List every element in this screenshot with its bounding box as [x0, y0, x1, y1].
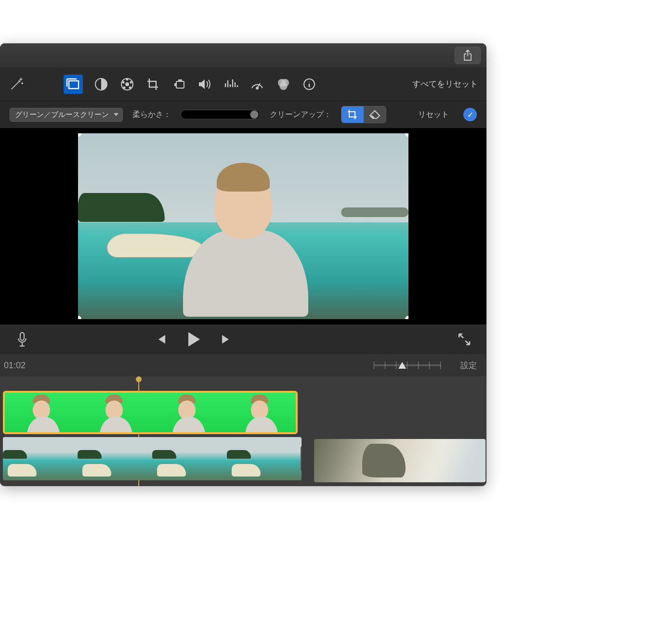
inspector-toolbar: すべてをリセット [0, 67, 486, 101]
volume-button[interactable] [197, 77, 213, 92]
info-button[interactable] [302, 77, 317, 92]
svg-rect-10 [174, 83, 176, 86]
voiceover-button[interactable] [14, 332, 30, 347]
svg-rect-0 [69, 81, 79, 89]
crop-handle-br[interactable] [405, 316, 408, 319]
softness-label: 柔らかさ： [132, 110, 171, 120]
overlay-options-bar: グリーン／ブルースクリーン 柔らかさ： クリーンアップ： リセット ✓ [0, 101, 486, 128]
next-button[interactable] [219, 332, 234, 347]
svg-point-6 [129, 86, 131, 89]
cleanup-crop-button[interactable] [342, 106, 364, 123]
crop-handle-bl[interactable] [78, 316, 81, 319]
svg-point-7 [123, 86, 126, 89]
prev-icon [155, 333, 167, 346]
svg-rect-17 [20, 333, 24, 340]
zoom-slider-thumb[interactable] [398, 362, 406, 369]
crop-button[interactable] [145, 77, 161, 92]
next-icon [220, 333, 233, 346]
reset-all-button[interactable]: すべてをリセット [412, 78, 478, 90]
color-balance-button[interactable] [93, 77, 109, 92]
apply-check-button[interactable]: ✓ [463, 108, 477, 121]
app-window: すべてをリセット グリーン／ブルースクリーン 柔らかさ： クリーンアップ： リセ… [0, 43, 486, 486]
wand-icon [9, 76, 24, 92]
svg-point-3 [125, 82, 129, 86]
svg-rect-9 [176, 81, 184, 88]
video-viewer [0, 128, 486, 324]
speed-icon [250, 77, 264, 91]
titlebar [0, 43, 486, 67]
zoom-slider[interactable] [374, 364, 441, 366]
overlay-clip[interactable] [3, 391, 298, 434]
reset-button[interactable]: リセット [418, 110, 449, 120]
svg-point-8 [122, 81, 125, 83]
enhance-button[interactable] [9, 77, 24, 92]
eraser-icon [369, 110, 381, 119]
transport-bar [0, 324, 486, 354]
svg-point-5 [130, 81, 132, 83]
share-icon [463, 50, 473, 61]
share-button[interactable] [455, 47, 481, 64]
overlay-icon [66, 77, 80, 91]
video-frame[interactable] [78, 133, 408, 319]
noise-reduction-button[interactable] [223, 77, 239, 92]
play-button[interactable] [186, 332, 201, 347]
background-clip-2[interactable] [314, 439, 486, 482]
softness-slider-thumb[interactable] [250, 110, 259, 119]
volume-icon [198, 77, 212, 91]
check-icon: ✓ [467, 110, 473, 119]
noise-reduction-icon [224, 77, 238, 91]
mic-icon [16, 332, 28, 347]
settings-button[interactable]: 設定 [460, 360, 477, 371]
color-balance-icon [94, 77, 108, 91]
speed-button[interactable] [250, 77, 265, 92]
cleanup-label: クリーンアップ： [270, 110, 331, 120]
timeline-header: 01:02 設定 [0, 354, 486, 376]
stabilization-icon [172, 77, 186, 91]
timecode: 01:02 [4, 361, 26, 371]
play-icon [186, 331, 201, 348]
timeline[interactable] [0, 376, 486, 486]
svg-point-15 [280, 82, 288, 90]
clip-filter-button[interactable] [276, 77, 291, 92]
color-correction-button[interactable] [119, 77, 135, 92]
clip-edge-handle[interactable] [301, 446, 302, 472]
stabilization-button[interactable] [171, 77, 187, 92]
background-clip-1[interactable] [3, 437, 302, 480]
overlay-button[interactable] [64, 75, 83, 94]
crop-icon [146, 77, 160, 91]
svg-point-12 [256, 87, 258, 89]
fullscreen-icon [458, 333, 471, 346]
crop-tool-icon [347, 109, 358, 120]
info-icon [303, 78, 315, 90]
softness-slider[interactable] [181, 110, 260, 119]
color-correction-icon [120, 77, 134, 91]
clip-filter-icon [276, 77, 290, 91]
svg-rect-11 [178, 79, 182, 81]
overlay-mode-dropdown[interactable]: グリーン／ブルースクリーン [10, 108, 123, 122]
svg-point-4 [126, 78, 129, 80]
fullscreen-button[interactable] [457, 332, 472, 347]
cleanup-segment [341, 106, 386, 123]
prev-button[interactable] [153, 332, 169, 347]
cleanup-eraser-button[interactable] [364, 106, 386, 123]
